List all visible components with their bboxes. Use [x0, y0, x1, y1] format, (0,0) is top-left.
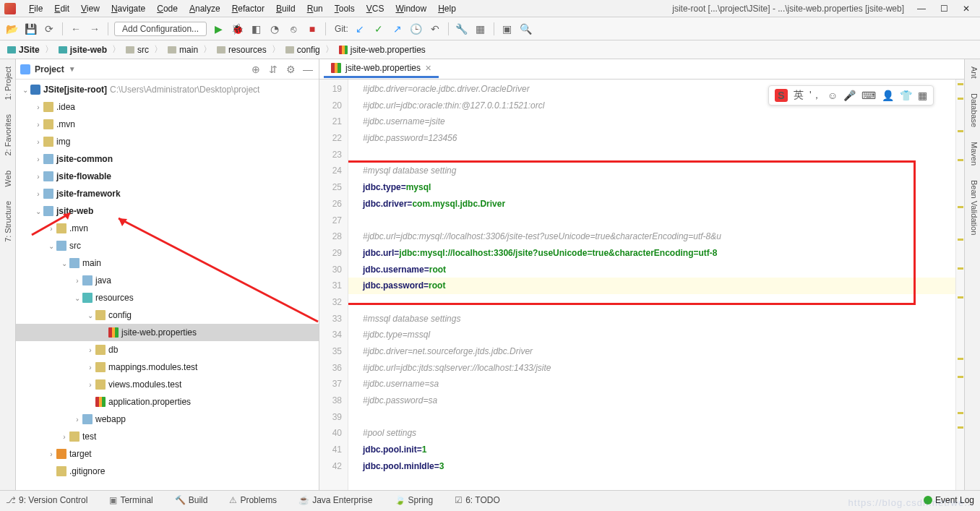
- settings-icon[interactable]: 🔧: [455, 22, 469, 36]
- tree-node[interactable]: ›.mvn: [16, 220, 319, 237]
- code-line[interactable]: #jdbc.url=jdbc:mysql://localhost:3306/js…: [363, 228, 955, 245]
- tree-node[interactable]: ⌄JSite [jsite-root] C:\Users\Administrat…: [16, 81, 319, 98]
- tree-node[interactable]: ›target: [16, 445, 319, 463]
- tree-arrow-icon[interactable]: ›: [85, 381, 95, 389]
- tree-arrow-icon[interactable]: ›: [59, 433, 69, 441]
- git-rollback-icon[interactable]: ↶: [428, 22, 442, 36]
- run-icon[interactable]: ▶: [211, 22, 225, 36]
- menu-help[interactable]: Help: [432, 2, 462, 15]
- tree-arrow-icon[interactable]: ›: [33, 103, 43, 111]
- menu-code[interactable]: Code: [151, 2, 184, 15]
- collapse-icon[interactable]: ⇵: [267, 63, 280, 76]
- tree-node[interactable]: ›jsite-flowable: [16, 168, 319, 185]
- menu-refactor[interactable]: Refactor: [226, 2, 270, 15]
- hide-icon[interactable]: —: [301, 63, 314, 76]
- tree-node[interactable]: jsite-web.properties: [16, 324, 319, 341]
- tree-arrow-icon[interactable]: ⌄: [59, 259, 69, 267]
- tool-tab[interactable]: 1: Project: [2, 59, 14, 107]
- refresh-icon[interactable]: ⟳: [42, 22, 56, 36]
- close-icon[interactable]: ✕: [963, 4, 970, 14]
- breadcrumb-item[interactable]: jsite-web: [56, 43, 110, 56]
- bottom-tab[interactable]: ⎇9: Version Control: [6, 495, 87, 505]
- marker-strip[interactable]: [955, 80, 964, 490]
- ime-user-icon[interactable]: 👤: [882, 90, 894, 101]
- code-line[interactable]: jdbc.password=root: [348, 278, 955, 294]
- tool-tab[interactable]: Bean Validation: [965, 173, 980, 242]
- editor-tab[interactable]: jsite-web.properties ✕: [324, 60, 439, 78]
- bottom-tab[interactable]: ▣Terminal: [109, 495, 152, 505]
- open-icon[interactable]: 📂: [4, 22, 19, 36]
- code-line[interactable]: jdbc.pool.minIdle=3: [363, 458, 955, 475]
- tree-node[interactable]: ›java: [16, 272, 319, 289]
- tree-arrow-icon[interactable]: ›: [85, 364, 95, 372]
- code-line[interactable]: [363, 409, 955, 426]
- ime-lang[interactable]: 英: [794, 89, 804, 102]
- code-line[interactable]: #jdbc.type=mssql: [363, 327, 955, 343]
- tree-arrow-icon[interactable]: ⌄: [46, 242, 56, 250]
- code-line[interactable]: [363, 147, 955, 163]
- code-line[interactable]: [363, 212, 955, 229]
- code-line[interactable]: #mysql database setting: [363, 163, 955, 179]
- tool-tab[interactable]: Ant: [965, 59, 980, 86]
- bottom-tab[interactable]: ⚠Problems: [229, 495, 277, 505]
- menu-build[interactable]: Build: [270, 2, 301, 15]
- ime-keyboard-icon[interactable]: ⌨: [861, 90, 876, 101]
- close-tab-icon[interactable]: ✕: [425, 64, 431, 73]
- menu-run[interactable]: Run: [301, 2, 329, 15]
- tree-arrow-icon[interactable]: ›: [72, 416, 82, 424]
- breadcrumb-item[interactable]: JSite: [4, 43, 43, 56]
- tool-tab[interactable]: 7: Structure: [2, 194, 14, 249]
- minimize-icon[interactable]: —: [917, 4, 926, 14]
- tree-node[interactable]: ›views.modules.test: [16, 376, 319, 393]
- code-line[interactable]: #mssql database settings: [363, 311, 955, 327]
- gear-icon[interactable]: ⚙: [284, 63, 297, 76]
- menu-analyze[interactable]: Analyze: [184, 2, 226, 15]
- bottom-tab[interactable]: ☕Java Enterprise: [298, 495, 372, 505]
- attach-icon[interactable]: ⎋: [286, 22, 301, 36]
- tree-node[interactable]: application.properties: [16, 393, 319, 411]
- tree-arrow-icon[interactable]: ›: [33, 190, 43, 198]
- bottom-tab[interactable]: 🍃Spring: [395, 495, 434, 505]
- forward-icon[interactable]: →: [87, 22, 102, 36]
- code-line[interactable]: #pool settings: [363, 425, 955, 442]
- breadcrumb-item[interactable]: src: [123, 43, 152, 56]
- debug-icon[interactable]: 🐞: [230, 22, 244, 36]
- ime-toolbar[interactable]: S 英 '， ☺ 🎤 ⌨ 👤 👕 ▦: [768, 85, 934, 106]
- breadcrumb-item[interactable]: config: [283, 43, 323, 56]
- menu-tools[interactable]: Tools: [329, 2, 361, 15]
- tree-node[interactable]: ›test: [16, 428, 319, 445]
- tool-tab[interactable]: Database: [965, 86, 980, 134]
- tree-node[interactable]: ›mappings.modules.test: [16, 358, 319, 376]
- tree-node[interactable]: ⌄src: [16, 237, 319, 254]
- tree-arrow-icon[interactable]: ›: [46, 450, 56, 458]
- tool-tab[interactable]: Maven: [965, 134, 980, 173]
- ime-mic-icon[interactable]: 🎤: [843, 90, 856, 101]
- tree-node[interactable]: ›img: [16, 133, 319, 150]
- ime-emoji-icon[interactable]: ☺: [828, 90, 838, 101]
- back-icon[interactable]: ←: [69, 22, 83, 36]
- stop-icon[interactable]: ■: [305, 22, 319, 36]
- menu-view[interactable]: View: [75, 2, 106, 15]
- git-history-icon[interactable]: 🕒: [409, 22, 424, 36]
- git-commit-icon[interactable]: ✓: [371, 22, 386, 36]
- tree-arrow-icon[interactable]: ›: [85, 346, 95, 354]
- tree-arrow-icon[interactable]: ⌄: [20, 86, 30, 94]
- code-line[interactable]: #jdbc.username=jsite: [363, 113, 955, 130]
- tree-node[interactable]: ›webapp: [16, 411, 319, 428]
- tree-node[interactable]: ⌄jsite-web: [16, 202, 319, 220]
- bottom-tab[interactable]: 🔨Build: [175, 495, 208, 505]
- code-view[interactable]: S 英 '， ☺ 🎤 ⌨ 👤 👕 ▦ #jdbc.driver=oracle.j…: [348, 80, 955, 490]
- code-line[interactable]: jdbc.username=root: [363, 262, 955, 278]
- git-push-icon[interactable]: ↗: [390, 22, 405, 36]
- menu-navigate[interactable]: Navigate: [106, 2, 151, 15]
- tree-arrow-icon[interactable]: ›: [46, 225, 56, 233]
- tool-tab[interactable]: 2: Favorites: [2, 107, 14, 163]
- chevron-down-icon[interactable]: ▼: [69, 65, 76, 73]
- search-everywhere-icon[interactable]: 🔍: [519, 22, 533, 36]
- tree-node[interactable]: ›db: [16, 341, 319, 358]
- menu-window[interactable]: Window: [390, 2, 432, 15]
- tree-arrow-icon[interactable]: ›: [72, 277, 82, 285]
- avd-icon[interactable]: ▣: [500, 22, 515, 36]
- tree-arrow-icon[interactable]: ›: [33, 121, 43, 129]
- tree-node[interactable]: .gitignore: [16, 463, 319, 480]
